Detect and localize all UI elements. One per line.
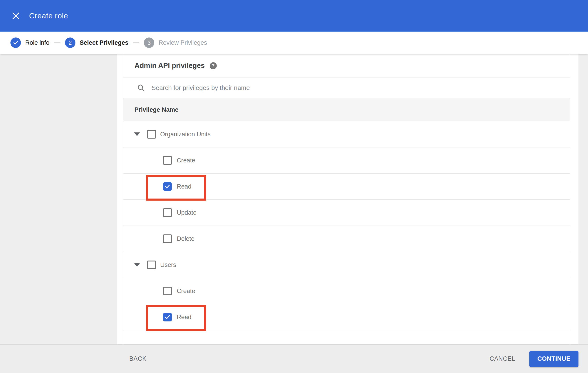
collapse-arrow-icon[interactable] bbox=[134, 263, 140, 267]
step-select-privileges[interactable]: 2 Select Privileges bbox=[65, 38, 129, 48]
scrollbar-track[interactable] bbox=[578, 54, 588, 344]
privilege-label: Update bbox=[177, 209, 197, 216]
privilege-label: Create bbox=[177, 288, 195, 295]
step-separator bbox=[133, 42, 139, 43]
section-title: Admin API privileges bbox=[135, 62, 205, 70]
create-role-dialog: Create role Role info 2 Select Privilege… bbox=[0, 0, 588, 373]
continue-button[interactable]: CONTINUE bbox=[529, 351, 578, 367]
collapse-arrow-icon[interactable] bbox=[134, 133, 140, 136]
privilege-checkbox[interactable] bbox=[163, 234, 172, 243]
step-separator bbox=[54, 42, 60, 43]
step-done-check-icon bbox=[10, 38, 21, 48]
right-gutter bbox=[570, 54, 578, 344]
table-row-privilege: Read bbox=[123, 174, 570, 200]
search-icon bbox=[137, 84, 145, 92]
table-row-group: Organization Units bbox=[123, 121, 570, 147]
table-row-privilege: Delete bbox=[123, 226, 570, 252]
left-gutter bbox=[117, 54, 123, 344]
step-role-info[interactable]: Role info bbox=[10, 38, 50, 48]
stepper: Role info 2 Select Privileges 3 Review P… bbox=[0, 31, 588, 54]
column-header-privilege-name: Privilege Name bbox=[135, 106, 178, 113]
highlight-box bbox=[146, 175, 206, 201]
search-input[interactable] bbox=[152, 77, 570, 98]
back-button[interactable]: BACK bbox=[129, 355, 147, 362]
cancel-button[interactable]: CANCEL bbox=[490, 355, 515, 362]
dialog-title: Create role bbox=[29, 11, 68, 20]
table-header-row: Privilege Name bbox=[123, 98, 570, 121]
privilege-checkbox[interactable] bbox=[163, 287, 172, 295]
dialog-footer: BACK CANCEL CONTINUE bbox=[0, 344, 588, 373]
privilege-label: Users bbox=[160, 261, 176, 269]
dialog-body: Admin API privileges ? Privilege Name Or… bbox=[0, 54, 588, 344]
table-row-privilege: Read bbox=[123, 304, 570, 330]
step-label: Review Privileges bbox=[158, 39, 207, 46]
privilege-label: Delete bbox=[177, 235, 194, 242]
left-panel bbox=[0, 54, 117, 344]
privilege-checkbox[interactable] bbox=[147, 260, 156, 269]
highlight-box bbox=[146, 305, 206, 331]
step-review-privileges[interactable]: 3 Review Privileges bbox=[144, 38, 207, 48]
table-row-privilege: Create bbox=[123, 278, 570, 304]
help-icon[interactable]: ? bbox=[210, 62, 217, 69]
section-heading-row: Admin API privileges ? bbox=[123, 54, 570, 77]
step-number: 2 bbox=[65, 38, 75, 48]
privilege-checkbox[interactable] bbox=[163, 208, 172, 217]
step-number: 3 bbox=[144, 38, 154, 48]
dialog-header: Create role bbox=[0, 0, 588, 31]
privileges-card: Admin API privileges ? Privilege Name Or… bbox=[123, 54, 570, 344]
privilege-label: Organization Units bbox=[160, 131, 211, 138]
privilege-label: Create bbox=[177, 157, 195, 164]
table-row-privilege: Update bbox=[123, 200, 570, 226]
close-icon[interactable] bbox=[10, 10, 22, 22]
step-label: Role info bbox=[25, 39, 50, 46]
privileges-table-body: Organization Units Create Read Update bbox=[123, 121, 570, 330]
table-row-privilege: Create bbox=[123, 147, 570, 174]
privilege-checkbox[interactable] bbox=[147, 130, 156, 139]
privilege-checkbox[interactable] bbox=[163, 156, 172, 165]
privilege-search-row bbox=[123, 77, 570, 98]
table-row-group: Users bbox=[123, 252, 570, 278]
step-label: Select Privileges bbox=[80, 39, 129, 46]
